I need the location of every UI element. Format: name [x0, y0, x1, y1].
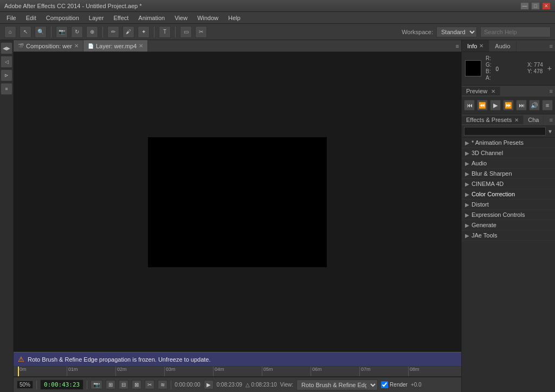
- effects-panel-menu[interactable]: ≡: [550, 117, 553, 123]
- effect-blur-sharpen[interactable]: ▶ Blur & Sharpen: [462, 169, 555, 179]
- ruler-mark-05m: 05m: [262, 367, 311, 376]
- audio-btn[interactable]: 🔊: [529, 100, 540, 111]
- guides-btn[interactable]: ⊟: [119, 380, 128, 389]
- effects-tab-close[interactable]: ✕: [514, 117, 519, 123]
- close-button[interactable]: ✕: [542, 2, 551, 10]
- roto-btn[interactable]: ✂: [145, 380, 154, 389]
- comp-tab-wer[interactable]: 🎬 Composition: wer ✕: [14, 40, 83, 52]
- brush-tool[interactable]: 🖌: [122, 26, 134, 38]
- info-rgba-labels: R: G: B: A:: [486, 55, 492, 81]
- anchor-tool[interactable]: ⊕: [86, 26, 98, 38]
- minimize-button[interactable]: —: [520, 2, 529, 10]
- main-layout: ◀▶ ◁ ⊳ ≡ 🎬 Composition: wer ✕ 📄 Layer: w…: [0, 40, 555, 392]
- panel-menu-icon[interactable]: ≡: [456, 43, 459, 49]
- next-frame-btn[interactable]: ⏩: [503, 100, 514, 111]
- effect-generate[interactable]: ▶ Generate: [462, 220, 555, 230]
- effect-distort[interactable]: ▶ Distort: [462, 200, 555, 210]
- tab-effects-presets[interactable]: Effects & Presets ✕: [462, 115, 524, 124]
- preview-controls: ⏮ ⏪ ▶ ⏩ ⏭ 🔊 ≡: [462, 97, 555, 114]
- effect-label: Audio: [472, 160, 487, 166]
- effect-label: * Animation Presets: [472, 139, 524, 146]
- zoom-tool[interactable]: 🔍: [35, 26, 47, 38]
- effect-animation-presets[interactable]: ▶ * Animation Presets: [462, 138, 555, 148]
- grid-btn[interactable]: ⊞: [106, 380, 115, 389]
- plus-icon[interactable]: +: [547, 64, 552, 73]
- tab-preview[interactable]: Preview ✕: [462, 87, 500, 95]
- effect-color-correction[interactable]: ▶ Color Correction: [462, 189, 555, 200]
- roto-tool[interactable]: ✂: [195, 26, 207, 38]
- menu-file[interactable]: File: [2, 14, 21, 22]
- search-dropdown-arrow[interactable]: ▼: [547, 128, 553, 134]
- tool3[interactable]: ⊳: [1, 69, 12, 81]
- tab-cha[interactable]: Cha: [524, 115, 544, 124]
- search-input[interactable]: [480, 27, 551, 37]
- toolbar-separator2: [102, 27, 103, 37]
- arrow-icon: ▶: [465, 202, 469, 208]
- view-mode-select[interactable]: Roto Brush & Refine Edge: [296, 380, 378, 390]
- ruler-mark-04m: 04m: [213, 367, 262, 376]
- ctrl-text-dur: 0:08:23:09: [217, 382, 242, 388]
- last-frame-btn[interactable]: ⏭: [516, 100, 527, 111]
- effect-jae-tools[interactable]: ▶ JAe Tools: [462, 230, 555, 241]
- shape-tool[interactable]: ▭: [180, 26, 192, 38]
- timeline-ruler: 0m 01m 02m 03m 04m 05m 06m 07m 08m: [14, 366, 461, 377]
- tab-info[interactable]: Info ✕: [462, 40, 489, 52]
- layer-tab-close[interactable]: ✕: [139, 43, 143, 49]
- menu-layer[interactable]: Layer: [85, 14, 108, 22]
- pen-tool[interactable]: ✏: [107, 26, 119, 38]
- render-checkbox[interactable]: [381, 381, 388, 388]
- menu-effect[interactable]: Effect: [109, 14, 133, 22]
- effect-expression-controls[interactable]: ▶ Expression Controls: [462, 210, 555, 220]
- camera-tool[interactable]: 📷: [56, 26, 68, 38]
- first-frame-btn[interactable]: ⏮: [464, 100, 475, 111]
- info-tab-close[interactable]: ✕: [479, 43, 483, 49]
- menu-composition[interactable]: Composition: [42, 14, 83, 22]
- window-controls[interactable]: — □ ✕: [520, 2, 551, 10]
- menu-view[interactable]: View: [170, 14, 192, 22]
- color-swatch: [465, 60, 481, 76]
- motion-blur-btn[interactable]: ≋: [158, 380, 167, 389]
- menu-help[interactable]: Help: [224, 14, 245, 22]
- effect-cinema4d[interactable]: ▶ CINEMA 4D: [462, 179, 555, 189]
- prev-frame-btn[interactable]: ⏪: [477, 100, 488, 111]
- menu-animation[interactable]: Animation: [134, 14, 169, 22]
- info-panel-menu[interactable]: ≡: [550, 43, 553, 49]
- text-tool[interactable]: T: [159, 26, 171, 38]
- menu-edit[interactable]: Edit: [22, 14, 41, 22]
- play-btn[interactable]: ▶: [204, 380, 214, 389]
- app-title: Adobe After Effects CC 2014 - Untitled P…: [4, 3, 142, 9]
- rotate-tool[interactable]: ↻: [71, 26, 83, 38]
- tool4[interactable]: ≡: [1, 83, 12, 95]
- layer-tab-wer[interactable]: 📄 Layer: wer.mp4 ✕: [83, 40, 148, 52]
- channel-btn[interactable]: ⊠: [132, 380, 141, 389]
- play-pause-btn[interactable]: ▶: [490, 100, 501, 111]
- time-code-display[interactable]: 0:00:43:23: [40, 380, 83, 390]
- loop-btn[interactable]: ≡: [542, 100, 553, 111]
- effect-audio[interactable]: ▶ Audio: [462, 158, 555, 169]
- effects-search-input[interactable]: [464, 127, 546, 136]
- menu-window[interactable]: Window: [193, 14, 223, 22]
- video-preview: [148, 137, 327, 267]
- preview-panel: Preview ✕ ≡ ⏮ ⏪ ▶ ⏩ ⏭ 🔊 ≡: [462, 85, 555, 114]
- home-tool[interactable]: ⌂: [4, 26, 16, 38]
- layer-tab-label: Layer: wer.mp4: [96, 43, 137, 49]
- tool1[interactable]: ◀▶: [1, 42, 12, 54]
- zoom-display[interactable]: 50%: [17, 381, 33, 389]
- ruler-mark-06m: 06m: [311, 367, 359, 376]
- preview-tab-close[interactable]: ✕: [491, 88, 495, 94]
- select-tool[interactable]: ↖: [20, 26, 31, 38]
- tab-audio[interactable]: Audio: [489, 40, 516, 52]
- effect-label: JAe Tools: [472, 232, 498, 239]
- right-panel: Info ✕ Audio ≡ R: G: B: A:: [461, 40, 555, 392]
- tool2[interactable]: ◁: [1, 56, 12, 68]
- stamp-tool[interactable]: ✦: [138, 26, 150, 38]
- ctrl-text-delta: △ 0:08:23:10: [246, 382, 277, 388]
- playhead-top[interactable]: [18, 367, 19, 376]
- preview-panel-menu[interactable]: ≡: [550, 88, 553, 94]
- composition-viewer[interactable]: [14, 52, 461, 352]
- workspace-select[interactable]: Standard: [436, 27, 477, 37]
- snapshot-btn[interactable]: 📷: [91, 380, 102, 389]
- maximize-button[interactable]: □: [531, 2, 540, 10]
- effect-3d-channel[interactable]: ▶ 3D Channel: [462, 148, 555, 158]
- comp-tab-close[interactable]: ✕: [74, 43, 79, 49]
